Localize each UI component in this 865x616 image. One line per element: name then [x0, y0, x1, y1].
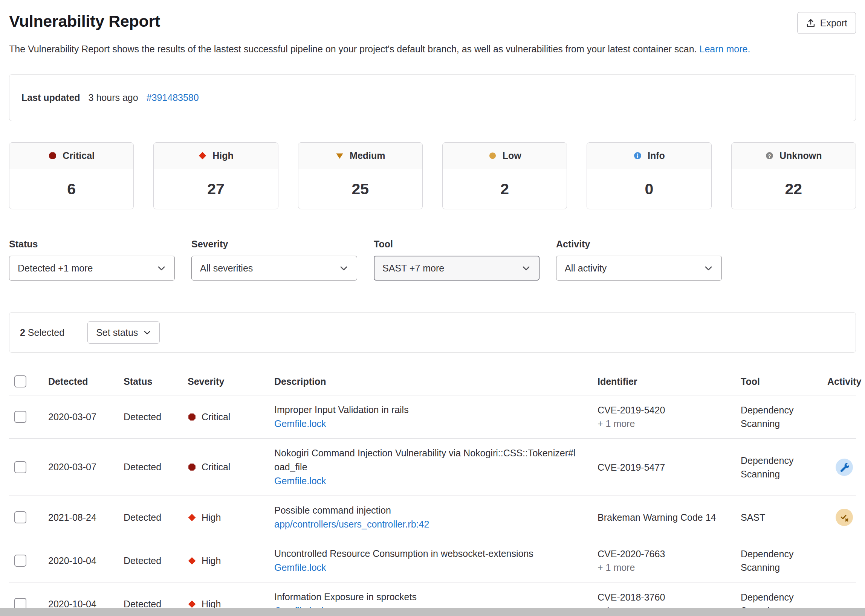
status-filter-dropdown[interactable]: Detected +1 more [9, 256, 175, 281]
severity-card-label: High [213, 150, 233, 161]
severity-card-count: 27 [154, 169, 278, 209]
bottom-scrollbar[interactable] [0, 608, 865, 616]
page-header: Vulnerability Report Export [9, 11, 856, 34]
severity-card-critical: Critical 6 [9, 142, 134, 209]
severity-card-count: 0 [587, 169, 711, 209]
remediation-wrench-icon [836, 459, 853, 476]
learn-more-link[interactable]: Learn more. [700, 44, 750, 54]
column-tool: Tool [732, 376, 818, 387]
status-value: Detected [115, 512, 178, 523]
severity-card-count: 6 [9, 169, 133, 209]
page-description-text: The Vulnerability Report shows the resul… [9, 44, 697, 54]
severity-label: High [202, 512, 221, 523]
divider [76, 324, 76, 341]
tool: SAST [732, 511, 812, 524]
selection-bar: 2 Selected Set status [9, 312, 856, 353]
severity-filter-dropdown[interactable]: All severities [191, 256, 357, 281]
severity-card-low: Low 2 [442, 142, 567, 209]
table-row: 2020-10-04 Detected High Uncontrolled Re… [9, 539, 856, 583]
table-header: Detected Status Severity Description Ide… [9, 371, 856, 395]
table-row: 2021-08-24 Detected High Possible comman… [9, 496, 856, 539]
export-label: Export [820, 18, 847, 28]
status-value: Detected [115, 462, 178, 473]
column-activity: Activity [818, 376, 856, 387]
row-checkbox[interactable] [14, 461, 26, 473]
status-filter-label: Status [9, 239, 175, 250]
severity-critical-icon [187, 463, 196, 471]
row-checkbox[interactable] [14, 511, 26, 523]
dismissed-check-icon [836, 509, 853, 526]
set-status-label: Set status [96, 327, 138, 338]
vulnerability-location-link[interactable]: app/controllers/users_controller.rb:42 [274, 517, 429, 531]
severity-card-high: High 27 [153, 142, 278, 209]
vulnerability-description: Uncontrolled Resource Consumption in web… [274, 547, 576, 561]
severity-card-unknown: ? Unknown 22 [731, 142, 856, 209]
status-value: Detected [115, 412, 178, 423]
detected-date: 2020-03-07 [39, 462, 115, 473]
tool: Dependency Scanning [732, 547, 812, 574]
column-severity: Severity [178, 376, 265, 387]
page-description: The Vulnerability Report shows the resul… [9, 43, 856, 55]
chevron-down-icon [522, 264, 531, 273]
identifier: CVE-2020-7663 [597, 547, 732, 561]
activity-filter-value: All activity [565, 263, 607, 274]
detected-date: 2021-08-24 [39, 512, 115, 523]
severity-card-count: 25 [298, 169, 422, 209]
identifier: CVE-2019-5477 [597, 460, 732, 474]
table-row: 2020-03-07 Detected Critical Nokogiri Co… [9, 438, 856, 496]
identifier: CVE-2019-5420 [597, 403, 732, 417]
severity-filter-value: All severities [200, 263, 253, 274]
tool: Dependency Scanning [732, 454, 812, 481]
severity-critical-icon [187, 413, 196, 421]
tool: Dependency Scanning [732, 403, 812, 431]
severity-high-icon [187, 513, 196, 522]
severity-medium-icon [335, 151, 344, 160]
severity-label: High [202, 555, 221, 566]
vulnerability-report-page: Vulnerability Report Export The Vulnerab… [0, 0, 865, 616]
identifier-extra: + 1 more [597, 561, 732, 574]
identifier: Brakeman Warning Code 14 [597, 511, 732, 524]
vulnerability-location-link[interactable]: Gemfile.lock [274, 474, 326, 488]
table-row: 2020-03-07 Detected Critical Improper In… [9, 395, 856, 438]
identifier-extra: + 1 more [597, 417, 732, 431]
column-status: Status [115, 376, 178, 387]
last-updated-box: Last updated 3 hours ago #391483580 [9, 74, 856, 121]
chevron-down-icon [143, 329, 151, 336]
severity-high-icon [187, 600, 196, 608]
row-checkbox[interactable] [14, 555, 26, 567]
row-checkbox[interactable] [14, 411, 26, 423]
vulnerability-description: Improper Input Validation in rails [274, 403, 576, 417]
severity-high-icon [198, 151, 207, 160]
status-value: Detected [115, 555, 178, 566]
severity-card-label: Medium [350, 150, 385, 161]
severity-unknown-icon: ? [765, 151, 774, 160]
severity-card-count: 2 [443, 169, 567, 209]
severity-critical-icon [48, 151, 57, 160]
last-updated-time: 3 hours ago [88, 92, 138, 103]
severity-card-count: 22 [732, 169, 856, 209]
select-all-checkbox[interactable] [14, 376, 26, 387]
severity-card-label: Critical [63, 150, 95, 161]
column-description: Description [265, 376, 588, 387]
severity-label: Critical [202, 462, 230, 473]
tool-filter-dropdown[interactable]: SAST +7 more [374, 256, 539, 281]
severity-card-label: Unknown [780, 150, 822, 161]
chevron-down-icon [339, 264, 348, 273]
vulnerability-location-link[interactable]: Gemfile.lock [274, 417, 326, 431]
activity-filter-dropdown[interactable]: All activity [556, 256, 722, 281]
vulnerability-location-link[interactable]: Gemfile.lock [274, 561, 326, 575]
activity-filter-label: Activity [556, 239, 722, 250]
severity-high-icon [187, 556, 196, 565]
set-status-button[interactable]: Set status [87, 321, 160, 344]
status-filter-value: Detected +1 more [18, 263, 93, 274]
severity-info-icon [633, 151, 642, 160]
detected-date: 2020-10-04 [39, 555, 115, 566]
export-button[interactable]: Export [797, 12, 856, 34]
vulnerability-description: Information Exposure in sprockets [274, 590, 576, 604]
severity-low-icon [488, 151, 497, 160]
severity-card-label: Info [648, 150, 665, 161]
selected-count: 2 Selected [20, 327, 65, 338]
pipeline-link[interactable]: #391483580 [147, 92, 199, 103]
export-upload-icon [806, 18, 816, 28]
vulnerability-table: Detected Status Severity Description Ide… [9, 371, 856, 616]
